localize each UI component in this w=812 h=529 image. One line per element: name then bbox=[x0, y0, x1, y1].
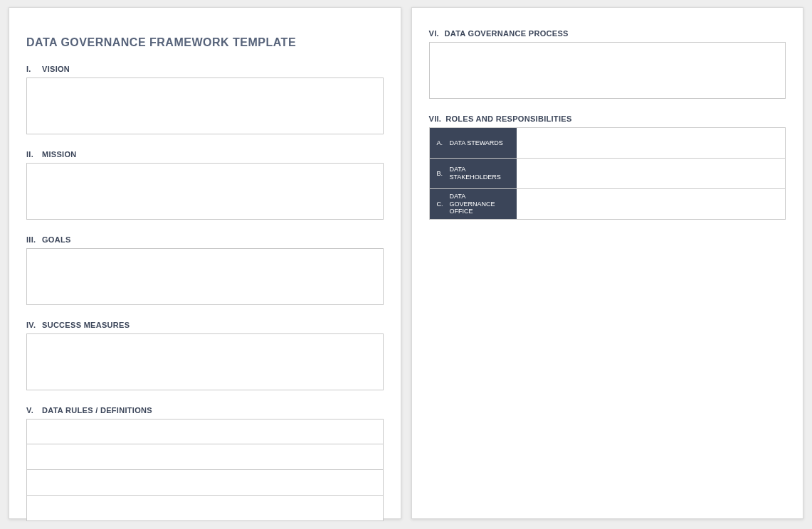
section-label: ROLES AND RESPONSIBILITIES bbox=[445, 114, 571, 123]
section-label: DATA RULES / DEFINITIONS bbox=[42, 406, 152, 415]
section-heading: II. MISSION bbox=[26, 150, 384, 159]
data-rules-rows bbox=[26, 419, 384, 521]
document-title: DATA GOVERNANCE FRAMEWORK TEMPLATE bbox=[26, 36, 384, 49]
roles-table: A. DATA STEWARDS B. DATA STAKEHOLDERS C.… bbox=[429, 127, 786, 220]
roles-row-name: DATA GOVERNANCE OFFICE bbox=[450, 193, 511, 215]
section-success-measures: IV. SUCCESS MEASURES bbox=[26, 321, 384, 393]
section-data-rules: V. DATA RULES / DEFINITIONS bbox=[26, 406, 384, 521]
roles-row-label: C. DATA GOVERNANCE OFFICE bbox=[430, 189, 517, 219]
data-rule-row[interactable] bbox=[26, 470, 384, 496]
vision-input[interactable] bbox=[26, 78, 384, 134]
roles-row-letter: B. bbox=[437, 170, 444, 178]
section-number: III. bbox=[26, 235, 38, 244]
data-rule-row[interactable] bbox=[26, 444, 384, 470]
section-mission: II. MISSION bbox=[26, 150, 384, 223]
section-number: IV. bbox=[26, 321, 38, 329]
section-heading: VII. ROLES AND RESPONSIBILITIES bbox=[429, 114, 786, 123]
section-number: II. bbox=[26, 150, 38, 159]
section-label: DATA GOVERNANCE PROCESS bbox=[445, 29, 569, 38]
section-label: VISION bbox=[42, 65, 70, 73]
section-number: VII. bbox=[429, 114, 442, 123]
section-heading: V. DATA RULES / DEFINITIONS bbox=[26, 406, 384, 415]
section-vision: I. VISION bbox=[26, 65, 384, 137]
section-heading: VI. DATA GOVERNANCE PROCESS bbox=[429, 29, 786, 38]
roles-row-label: A. DATA STEWARDS bbox=[430, 128, 517, 158]
section-number: V. bbox=[26, 406, 38, 415]
roles-row-letter: A. bbox=[437, 139, 444, 147]
data-rule-row[interactable] bbox=[26, 419, 384, 444]
roles-row-stakeholders: B. DATA STAKEHOLDERS bbox=[430, 159, 786, 189]
roles-row-name: DATA STEWARDS bbox=[450, 139, 503, 147]
mission-input[interactable] bbox=[26, 163, 384, 220]
roles-row-office: C. DATA GOVERNANCE OFFICE bbox=[430, 189, 786, 220]
roles-row-name: DATA STAKEHOLDERS bbox=[450, 166, 511, 181]
goals-input[interactable] bbox=[26, 248, 384, 305]
section-heading: III. GOALS bbox=[26, 235, 384, 244]
roles-row-letter: C. bbox=[437, 201, 444, 208]
section-heading: IV. SUCCESS MEASURES bbox=[26, 321, 384, 329]
section-number: VI. bbox=[429, 29, 441, 38]
section-label: MISSION bbox=[42, 150, 77, 159]
section-process: VI. DATA GOVERNANCE PROCESS bbox=[429, 29, 786, 102]
data-rule-row[interactable] bbox=[26, 496, 384, 521]
section-label: SUCCESS MEASURES bbox=[42, 321, 130, 329]
section-heading: I. VISION bbox=[26, 65, 384, 73]
section-roles: VII. ROLES AND RESPONSIBILITIES A. DATA … bbox=[429, 114, 786, 220]
roles-stakeholders-input[interactable] bbox=[517, 159, 786, 188]
roles-stewards-input[interactable] bbox=[517, 128, 786, 158]
section-number: I. bbox=[26, 65, 38, 73]
page-right: VI. DATA GOVERNANCE PROCESS VII. ROLES A… bbox=[411, 7, 804, 519]
section-goals: III. GOALS bbox=[26, 235, 384, 308]
section-label: GOALS bbox=[42, 235, 71, 244]
roles-office-input[interactable] bbox=[517, 189, 786, 219]
process-input[interactable] bbox=[429, 42, 786, 99]
roles-row-stewards: A. DATA STEWARDS bbox=[430, 128, 786, 159]
roles-row-label: B. DATA STAKEHOLDERS bbox=[430, 159, 517, 188]
page-left: DATA GOVERNANCE FRAMEWORK TEMPLATE I. VI… bbox=[9, 7, 401, 519]
success-measures-input[interactable] bbox=[26, 333, 384, 390]
